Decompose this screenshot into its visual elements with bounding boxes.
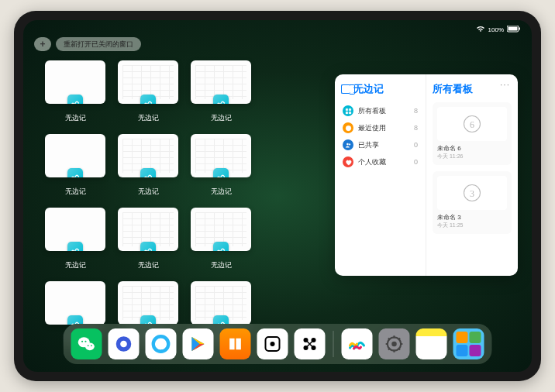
panel-content: 所有看板 6 未命名 6 今天 11:26 3 未命名 3 今天 11:25	[426, 74, 518, 276]
board-preview: 3	[437, 176, 507, 210]
app-window[interactable]: 无边记	[118, 208, 178, 270]
window-thumbnail	[45, 60, 105, 104]
svg-rect-4	[349, 108, 351, 111]
app-label: 无边记	[138, 113, 159, 123]
dock-separator	[333, 331, 334, 357]
app-window[interactable]: 无边记	[191, 134, 251, 197]
svg-point-8	[346, 143, 348, 144]
panel-sidebar: 无边记 所有看板 8 最近使用 8 已共享 0 个人收藏 0	[335, 74, 426, 276]
freeform-icon	[140, 168, 156, 177]
quark-icon[interactable]	[109, 328, 140, 359]
app-label: 无边记	[211, 187, 232, 197]
app-window[interactable]: 无边记	[45, 60, 105, 123]
window-thumbnail	[191, 134, 251, 177]
window-thumbnail	[118, 134, 178, 177]
sidebar-item[interactable]: 已共享 0	[341, 136, 419, 153]
notes-icon[interactable]	[416, 328, 447, 359]
board-card[interactable]: 6 未命名 6 今天 11:26	[433, 102, 512, 165]
sidebar-item[interactable]: 个人收藏 0	[341, 153, 419, 170]
board-date: 今天 11:25	[437, 222, 507, 229]
folder-icon[interactable]	[453, 328, 484, 359]
sidebar-item-count: 0	[414, 158, 418, 166]
app-label: 无边记	[138, 260, 159, 270]
svg-point-25	[271, 342, 275, 346]
sidebar-item-count: 8	[414, 107, 418, 115]
battery-icon	[507, 26, 521, 34]
new-window-button[interactable]: +	[34, 37, 51, 51]
people-icon	[343, 139, 353, 150]
settings-icon[interactable]	[379, 328, 410, 359]
app-switcher-grid: 无边记 无边记 无边记 无边记 无边记 无边记 无边记 无边记	[45, 60, 332, 344]
more-icon[interactable]: ···	[500, 79, 510, 90]
freeform-icon	[67, 242, 83, 251]
app-window[interactable]: 无边记	[118, 60, 178, 123]
svg-line-38	[388, 348, 390, 349]
svg-line-39	[398, 338, 400, 339]
app-window[interactable]: 无边记	[191, 60, 251, 123]
app-label: 无边记	[138, 187, 159, 197]
window-thumbnail	[45, 134, 105, 177]
books-icon[interactable]	[220, 328, 251, 359]
sidebar-item-count: 0	[414, 141, 418, 149]
sidebar-item-count: 8	[414, 124, 418, 132]
battery-label: 100%	[488, 26, 504, 33]
svg-rect-1	[508, 26, 518, 30]
app-window[interactable]: 无边记	[191, 208, 251, 270]
qqbrowser-icon[interactable]: HD	[146, 328, 177, 359]
svg-point-31	[391, 342, 397, 347]
svg-text:HD: HD	[158, 349, 164, 353]
connect-icon[interactable]	[295, 328, 326, 359]
sidebar-item-label: 最近使用	[358, 123, 386, 133]
app-label: 无边记	[65, 113, 86, 123]
window-thumbnail	[191, 281, 251, 325]
window-thumbnail	[191, 208, 251, 251]
wifi-icon	[476, 26, 485, 34]
svg-line-36	[388, 338, 390, 339]
freeform-panel: ··· 无边记 所有看板 8 最近使用 8 已共享 0 个人收藏 0 所有看板 …	[335, 74, 518, 276]
svg-text:3: 3	[470, 188, 474, 199]
wechat-icon[interactable]	[71, 328, 102, 359]
status-bar: 100%	[23, 23, 532, 36]
clock-icon	[343, 122, 353, 133]
board-preview: 6	[437, 107, 507, 141]
svg-point-15	[85, 342, 95, 350]
svg-point-16	[81, 341, 83, 342]
sidebar-item[interactable]: 所有看板 8	[341, 102, 419, 119]
freeform-icon	[140, 242, 156, 251]
board-name: 未命名 3	[437, 213, 507, 222]
freeform-icon	[213, 242, 229, 251]
window-thumbnail	[191, 60, 251, 104]
svg-point-19	[91, 345, 92, 346]
panel-title: 无边记	[341, 82, 419, 96]
sidebar-item-label: 个人收藏	[358, 157, 386, 167]
dice-icon[interactable]	[257, 328, 288, 359]
svg-point-18	[88, 345, 89, 346]
svg-point-21	[120, 341, 127, 348]
board-date: 今天 11:26	[437, 153, 507, 160]
freeform-icon[interactable]	[342, 328, 373, 359]
grid-icon	[343, 105, 353, 116]
book-icon	[341, 84, 350, 94]
freeform-icon	[213, 168, 229, 177]
app-label: 无边记	[211, 260, 232, 270]
app-window[interactable]: 无边记	[45, 208, 105, 270]
sidebar-item-label: 所有看板	[358, 106, 386, 116]
board-card[interactable]: 3 未命名 3 今天 11:25	[433, 171, 512, 234]
app-label: 无边记	[65, 187, 86, 197]
svg-text:6: 6	[470, 119, 474, 130]
svg-rect-6	[349, 112, 351, 114]
reopen-closed-window-button[interactable]: 重新打开已关闭的窗口	[56, 37, 141, 51]
screen: 100% + 重新打开已关闭的窗口 无边记 无边记 无边记 无边记 无边记	[23, 20, 532, 372]
window-thumbnail	[118, 281, 178, 325]
window-thumbnail	[118, 208, 178, 251]
dock: HD	[64, 324, 492, 364]
app-window[interactable]: 无边记	[45, 134, 105, 197]
app-window[interactable]: 无边记	[118, 134, 178, 197]
play-icon[interactable]	[183, 328, 214, 359]
sidebar-item[interactable]: 最近使用 8	[341, 119, 419, 136]
svg-point-17	[84, 341, 86, 342]
window-thumbnail	[45, 281, 105, 325]
svg-point-9	[349, 143, 350, 145]
window-thumbnail	[45, 208, 105, 251]
freeform-icon	[67, 168, 83, 177]
